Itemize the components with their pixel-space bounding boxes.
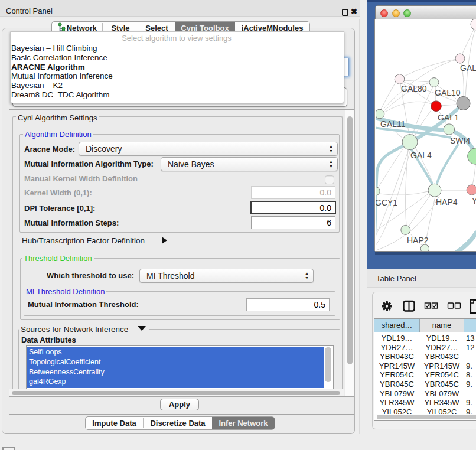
svg-text:GAL11: GAL11 [380,119,406,129]
svg-text:GAL4: GAL4 [410,151,432,160]
svg-text:HAP4: HAP4 [436,197,458,207]
svg-text:GAL1: GAL1 [438,113,459,122]
svg-text:GAL7: GAL7 [460,63,476,73]
svg-text:GAL80: GAL80 [401,84,427,93]
svg-text:GCY1: GCY1 [376,198,397,207]
svg-text:Y: Y [472,196,476,206]
svg-text:SWI4: SWI4 [450,136,470,145]
svg-text:GAL10: GAL10 [435,88,461,97]
svg-text:HAP2: HAP2 [407,236,429,245]
